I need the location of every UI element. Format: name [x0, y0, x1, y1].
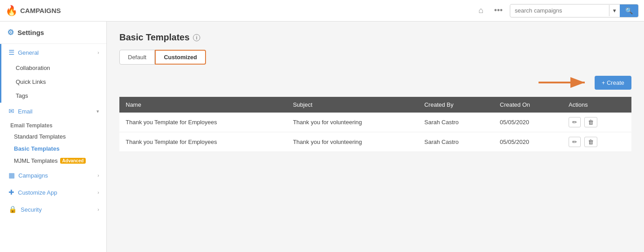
- sidebar-section-campaigns: ▦ Campaigns ›: [0, 167, 106, 184]
- tab-customized[interactable]: Customized: [155, 50, 206, 65]
- brand-logo: 🔥 CAMPAIGNS: [5, 5, 61, 17]
- page-layout: ⚙ Settings ☰ General › Collaboration Qui…: [0, 22, 644, 252]
- sidebar-general-items: Collaboration Quick Links Tags: [1, 61, 106, 103]
- email-templates-group-label: Email Templates: [1, 120, 106, 130]
- settings-icon: ⚙: [7, 28, 14, 37]
- sidebar-general-label: General: [18, 49, 97, 56]
- delete-button-1[interactable]: 🗑: [584, 137, 597, 147]
- col-created-on: Created On: [494, 97, 562, 113]
- campaigns-icon: ▦: [9, 171, 15, 179]
- sidebar-item-collaboration[interactable]: Collaboration: [1, 61, 106, 75]
- sidebar-email-label: Email: [18, 108, 96, 115]
- top-navigation: 🔥 CAMPAIGNS ⌂ ••• ▾ 🔍: [0, 0, 644, 22]
- table-header: Name Subject Created By Created On Actio…: [119, 97, 631, 113]
- search-input[interactable]: [510, 5, 609, 16]
- arrow-hint: [536, 74, 590, 91]
- delete-button-0[interactable]: 🗑: [584, 117, 597, 127]
- sidebar-item-basic-templates[interactable]: Basic Templates: [1, 143, 106, 155]
- security-icon: 🔒: [9, 205, 17, 213]
- sidebar-item-tags[interactable]: Tags: [1, 89, 106, 103]
- sidebar-customize-label: Customize App: [18, 189, 97, 196]
- settings-label: Settings: [18, 29, 44, 36]
- search-dropdown-button[interactable]: ▾: [609, 5, 620, 16]
- cell-created-on: 05/05/2020: [494, 132, 562, 152]
- main-content: Basic Templates i Default Customized +: [107, 22, 644, 252]
- sidebar-section-email-header[interactable]: ✉ Email ▾: [1, 103, 106, 120]
- search-bar: ▾ 🔍: [510, 4, 639, 17]
- col-actions: Actions: [562, 97, 631, 113]
- tabs-bar: Default Customized: [119, 50, 631, 65]
- sidebar-section-customize-header[interactable]: ✚ Customize App ›: [1, 184, 106, 201]
- page-title: Basic Templates i: [119, 32, 631, 43]
- cell-created-on: 05/05/2020: [494, 113, 562, 132]
- cell-created-by: Sarah Castro: [418, 132, 493, 152]
- sidebar-section-security-header[interactable]: 🔒 Security ›: [1, 201, 106, 218]
- email-icon: ✉: [9, 107, 14, 115]
- sidebar: ⚙ Settings ☰ General › Collaboration Qui…: [0, 22, 107, 252]
- search-submit-button[interactable]: 🔍: [620, 4, 638, 17]
- more-button[interactable]: •••: [491, 4, 506, 17]
- sidebar-item-quick-links[interactable]: Quick Links: [1, 75, 106, 89]
- sidebar-security-label: Security: [21, 206, 97, 213]
- table-body: Thank you Template for Employees Thank y…: [119, 113, 631, 152]
- sidebar-campaigns-label: Campaigns: [18, 172, 97, 179]
- sidebar-section-general-header[interactable]: ☰ General ›: [1, 44, 106, 61]
- cell-subject: Thank you for volunteering: [287, 113, 418, 132]
- cell-actions: ✏ 🗑: [562, 132, 631, 152]
- edit-button-0[interactable]: ✏: [569, 117, 581, 127]
- sidebar-section-email: ✉ Email ▾ Email Templates Standard Templ…: [0, 103, 106, 167]
- arrow-indicator: [536, 74, 590, 91]
- col-created-by: Created By: [418, 97, 493, 113]
- general-arrow: ›: [97, 50, 99, 55]
- table-row: Thank you Template for Employees Thank y…: [119, 113, 631, 132]
- cell-subject: Thank you for volunteering: [287, 132, 418, 152]
- sidebar-section-security: 🔒 Security ›: [0, 201, 106, 218]
- email-arrow: ▾: [96, 109, 99, 114]
- page-title-text: Basic Templates: [119, 32, 189, 43]
- cell-actions: ✏ 🗑: [562, 113, 631, 132]
- cell-created-by: Sarah Castro: [418, 113, 493, 132]
- edit-button-1[interactable]: ✏: [569, 137, 581, 147]
- general-icon: ☰: [9, 48, 14, 56]
- brand-icon: 🔥: [5, 5, 18, 17]
- sidebar-section-customize-app: ✚ Customize App ›: [0, 184, 106, 201]
- security-arrow: ›: [97, 207, 99, 212]
- create-button[interactable]: + Create: [595, 76, 631, 90]
- templates-table: Name Subject Created By Created On Actio…: [119, 97, 631, 152]
- advanced-badge: Advanced: [60, 158, 86, 164]
- sidebar-section-general: ☰ General › Collaboration Quick Links Ta…: [0, 44, 106, 103]
- campaigns-arrow: ›: [97, 173, 99, 178]
- tab-default[interactable]: Default: [119, 50, 155, 65]
- customize-icon: ✚: [9, 188, 14, 196]
- sidebar-section-campaigns-header[interactable]: ▦ Campaigns ›: [1, 167, 106, 184]
- brand-name: CAMPAIGNS: [20, 7, 61, 14]
- cell-name: Thank you Template for Employees: [119, 113, 287, 132]
- customize-arrow: ›: [97, 190, 99, 195]
- sidebar-item-mjml-templates[interactable]: MJML Templates Advanced: [1, 155, 106, 167]
- home-button[interactable]: ⌂: [475, 4, 487, 17]
- sidebar-item-standard-templates[interactable]: Standard Templates: [1, 130, 106, 143]
- table-row: Thank you Template for Employees Thank y…: [119, 132, 631, 152]
- sidebar-email-sub-group: Email Templates Standard Templates Basic…: [1, 120, 106, 167]
- col-name: Name: [119, 97, 287, 113]
- info-icon[interactable]: i: [193, 34, 200, 41]
- cell-name: Thank you Template for Employees: [119, 132, 287, 152]
- action-row: + Create: [119, 74, 631, 91]
- sidebar-header: ⚙ Settings: [0, 22, 106, 44]
- col-subject: Subject: [287, 97, 418, 113]
